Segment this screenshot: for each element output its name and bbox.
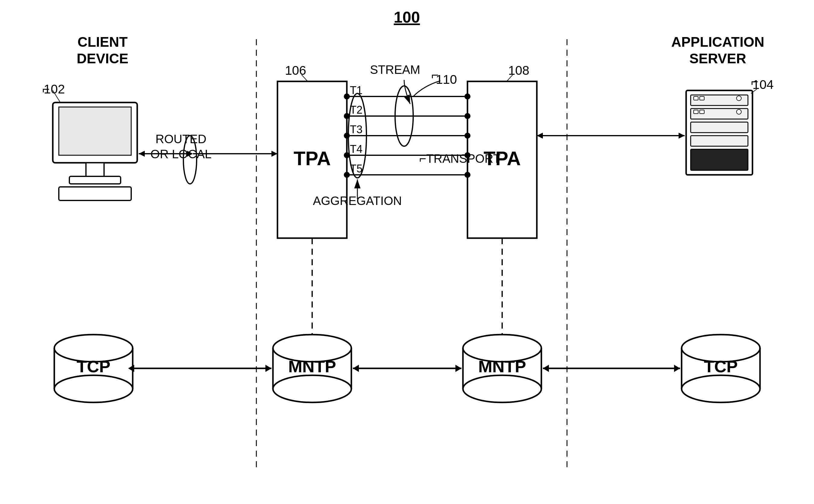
svg-point-28 [465, 133, 471, 139]
app-server-label: APPLICATION [671, 34, 764, 50]
t4-label: T4 [350, 143, 362, 155]
mntp-right-label: MNTP [478, 357, 526, 376]
svg-text:⌐: ⌐ [42, 82, 50, 96]
svg-rect-16 [700, 110, 704, 114]
svg-rect-11 [691, 136, 748, 146]
tcp-right-bottom [682, 375, 760, 402]
client-device-label: CLIENT [77, 34, 128, 50]
t3-label: T3 [350, 123, 362, 136]
svg-point-14 [737, 96, 741, 101]
svg-rect-2 [59, 107, 131, 155]
svg-rect-10 [691, 122, 748, 133]
diagram-title: 100 [394, 8, 420, 26]
tpa-left-label: TPA [293, 148, 330, 169]
svg-rect-15 [694, 110, 698, 114]
mntp-left-bottom [273, 375, 351, 402]
svg-point-23 [344, 93, 350, 99]
svg-point-24 [465, 93, 471, 99]
tcp-left-label: TCP [77, 357, 110, 376]
svg-rect-13 [700, 96, 704, 100]
app-server-label2: SERVER [689, 51, 746, 66]
ref-108: 108 [508, 63, 529, 77]
transport-label: ⌐TRANSPORT [419, 152, 500, 165]
svg-rect-4 [69, 176, 121, 184]
ref-106: 106 [285, 63, 306, 77]
mntp-right-bottom [463, 375, 541, 402]
t1-label: T1 [350, 84, 362, 96]
svg-text:⌐: ⌐ [751, 74, 759, 89]
svg-text:⌐: ⌐ [431, 68, 439, 82]
tcp-left-bottom [54, 375, 133, 402]
svg-rect-5 [59, 187, 131, 200]
svg-rect-18 [691, 149, 748, 170]
t2-label: T2 [350, 104, 362, 116]
svg-rect-12 [694, 96, 698, 100]
mntp-left-label: MNTP [288, 357, 336, 376]
svg-point-26 [465, 113, 471, 119]
svg-point-17 [737, 109, 741, 114]
ref-110: 110 [436, 72, 457, 87]
client-device-label2: DEVICE [77, 51, 128, 66]
tcp-right-label: TCP [704, 357, 738, 376]
svg-rect-3 [86, 163, 104, 178]
svg-point-31 [344, 172, 350, 178]
routed-local-label: ROUTED [156, 132, 207, 146]
svg-point-32 [465, 172, 471, 178]
stream-label: STREAM [370, 63, 421, 76]
